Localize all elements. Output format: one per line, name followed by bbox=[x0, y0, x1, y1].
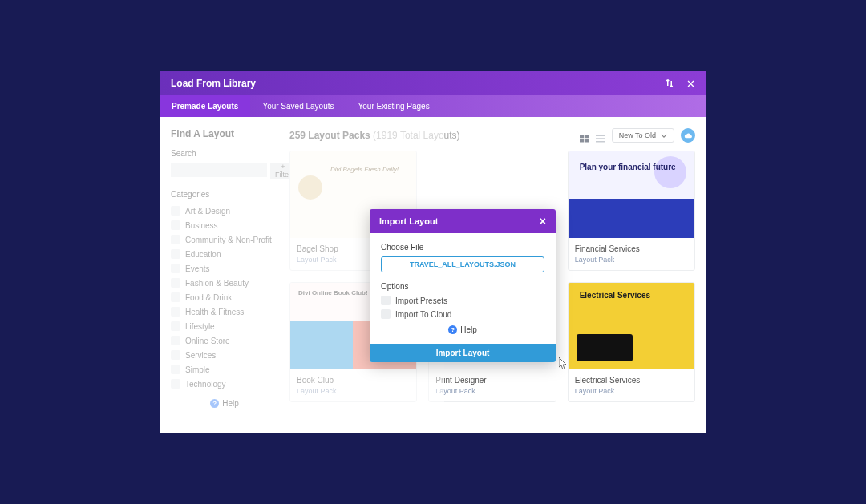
thumb-text: Divi Online Book Club! bbox=[298, 289, 368, 296]
option-import-cloud[interactable]: Import To Cloud bbox=[381, 309, 544, 319]
card-thumbnail: Plan your financial future bbox=[569, 151, 694, 238]
chevron-down-icon bbox=[661, 131, 667, 139]
list-view-icon[interactable] bbox=[596, 131, 605, 139]
close-icon[interactable] bbox=[686, 79, 695, 88]
header-actions bbox=[665, 79, 695, 88]
svg-rect-2 bbox=[580, 139, 584, 143]
category-item[interactable]: Food & Drink bbox=[171, 290, 278, 304]
portability-icon[interactable] bbox=[665, 79, 674, 88]
category-label: Art & Design bbox=[185, 207, 230, 216]
close-icon[interactable]: × bbox=[540, 216, 546, 227]
card-subtitle: Layout Pack bbox=[575, 387, 688, 395]
card-subtitle: Layout Pack bbox=[297, 387, 410, 395]
category-item[interactable]: Art & Design bbox=[171, 204, 278, 218]
option-label: Import Presets bbox=[395, 296, 447, 305]
category-label: Health & Fitness bbox=[185, 308, 244, 317]
count-text: 259 Layout Packs bbox=[289, 130, 370, 141]
card-title: Print Designer bbox=[435, 376, 548, 385]
layout-card[interactable]: Electrical Services Electrical Services … bbox=[568, 282, 695, 402]
import-button[interactable]: Import Layout bbox=[370, 344, 556, 362]
card-title: Book Club bbox=[297, 376, 410, 385]
category-item[interactable]: Lifestyle bbox=[171, 319, 278, 333]
tab-label: Premade Layouts bbox=[172, 102, 238, 111]
tab-premade-layouts[interactable]: Premade Layouts bbox=[160, 95, 250, 117]
layout-card[interactable]: Plan your financial future Financial Ser… bbox=[568, 151, 695, 271]
category-item[interactable]: Services bbox=[171, 348, 278, 362]
search-label: Search bbox=[171, 149, 278, 158]
checkbox-icon bbox=[171, 220, 180, 230]
category-item[interactable]: Education bbox=[171, 247, 278, 261]
option-label: Import To Cloud bbox=[395, 310, 451, 319]
body: Find A Layout Search + Filter Categories… bbox=[160, 117, 706, 433]
svg-rect-6 bbox=[596, 141, 605, 143]
category-item[interactable]: Fashion & Beauty bbox=[171, 276, 278, 290]
svg-rect-4 bbox=[596, 135, 605, 137]
category-label: Food & Drink bbox=[185, 293, 232, 302]
sidebar: Find A Layout Search + Filter Categories… bbox=[160, 117, 278, 433]
checkbox-icon bbox=[171, 365, 180, 374]
checkbox-icon bbox=[171, 307, 180, 317]
main-tools: New To Old bbox=[580, 128, 695, 143]
modal-title: Import Layout bbox=[379, 216, 438, 226]
sort-dropdown[interactable]: New To Old bbox=[612, 128, 674, 143]
checkbox-icon bbox=[171, 292, 180, 302]
svg-rect-3 bbox=[585, 139, 589, 143]
tab-label: Your Saved Layouts bbox=[262, 102, 334, 111]
tab-existing-pages[interactable]: Your Existing Pages bbox=[346, 95, 442, 117]
grid-view-icon[interactable] bbox=[580, 131, 589, 139]
category-item[interactable]: Technology bbox=[171, 377, 278, 391]
checkbox-icon bbox=[381, 309, 391, 319]
sidebar-help[interactable]: ? Help bbox=[171, 399, 278, 408]
tabs: Premade Layouts Your Saved Layouts Your … bbox=[160, 95, 706, 117]
tab-label: Your Existing Pages bbox=[358, 102, 430, 111]
thumb-text: Divi Bagels Fresh Daily! bbox=[330, 166, 399, 173]
checkbox-icon bbox=[171, 379, 180, 389]
category-label: Education bbox=[185, 250, 221, 259]
category-label: Technology bbox=[185, 380, 226, 389]
card-body: Financial Services Layout Pack bbox=[569, 238, 694, 270]
choose-file-label: Choose File bbox=[381, 243, 544, 252]
help-label: Help bbox=[222, 399, 239, 408]
main-header: 259 Layout Packs (1919 Total Layouts) Ne… bbox=[289, 128, 695, 143]
header-title: Load From Library bbox=[171, 78, 256, 89]
option-import-presets[interactable]: Import Presets bbox=[381, 296, 544, 305]
category-item[interactable]: Business bbox=[171, 218, 278, 232]
search-input[interactable] bbox=[171, 163, 267, 177]
search-row: + Filter bbox=[171, 163, 278, 179]
category-item[interactable]: Simple bbox=[171, 362, 278, 377]
header-bar: Load From Library bbox=[160, 71, 706, 95]
checkbox-icon bbox=[171, 278, 180, 288]
help-icon: ? bbox=[448, 325, 457, 334]
card-subtitle: Layout Pack bbox=[435, 387, 548, 395]
card-body: Print Designer Layout Pack bbox=[429, 369, 555, 401]
library-modal-window: Load From Library Premade Layouts Your S… bbox=[160, 71, 706, 433]
category-item[interactable]: Community & Non-Profit bbox=[171, 232, 278, 247]
thumb-text: Plan your financial future bbox=[580, 163, 676, 172]
file-picker[interactable]: TRAVEL_ALL_LAYOUTS.JSON bbox=[381, 256, 544, 272]
help-label: Help bbox=[460, 325, 477, 334]
category-item[interactable]: Health & Fitness bbox=[171, 304, 278, 319]
sort-label: New To Old bbox=[619, 131, 656, 139]
category-label: Community & Non-Profit bbox=[185, 236, 272, 244]
modal-help[interactable]: ? Help bbox=[381, 325, 544, 334]
options-label: Options bbox=[381, 282, 544, 291]
checkbox-icon bbox=[171, 321, 180, 331]
cloud-button[interactable] bbox=[681, 128, 695, 143]
thumb-text: Electrical Services bbox=[580, 291, 650, 300]
categories-label: Categories bbox=[171, 190, 278, 199]
tab-saved-layouts[interactable]: Your Saved Layouts bbox=[250, 95, 346, 117]
category-item[interactable]: Events bbox=[171, 261, 278, 276]
category-item[interactable]: Online Store bbox=[171, 333, 278, 348]
category-list: Art & Design Business Community & Non-Pr… bbox=[171, 204, 278, 391]
category-label: Online Store bbox=[185, 337, 230, 345]
svg-rect-1 bbox=[585, 135, 589, 139]
layout-count: 259 Layout Packs (1919 Total Layouts) bbox=[289, 130, 460, 141]
checkbox-icon bbox=[171, 235, 180, 244]
count-sub: (1919 Total Layouts) bbox=[373, 130, 460, 141]
category-label: Services bbox=[185, 351, 216, 360]
modal-header: Import Layout × bbox=[370, 209, 556, 233]
category-label: Simple bbox=[185, 365, 210, 374]
checkbox-icon bbox=[171, 350, 180, 360]
modal-body: Choose File TRAVEL_ALL_LAYOUTS.JSON Opti… bbox=[370, 233, 556, 344]
card-body: Electrical Services Layout Pack bbox=[569, 369, 694, 401]
